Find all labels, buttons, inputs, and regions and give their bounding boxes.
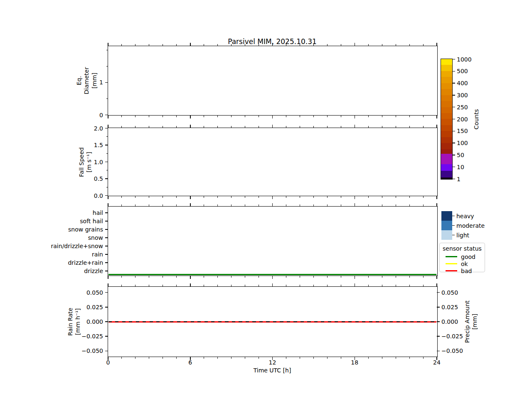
sensor-legend-line-ok [446, 263, 457, 264]
right-y-tick-label: 0.025 [441, 303, 466, 311]
colorbar-tick [453, 167, 455, 167]
x-tick-minor [176, 196, 177, 198]
colorbar-tick-label: 500 [457, 67, 478, 75]
x-tick-minor [313, 357, 314, 359]
x-tick-major [108, 125, 108, 128]
y-tick-minor [106, 170, 108, 170]
x-tick-minor [327, 204, 328, 206]
x-tick-minor [259, 126, 259, 128]
sensor-legend-title: sensor status [443, 245, 485, 252]
x-tick-minor [135, 116, 135, 117]
x-tick-major [108, 276, 108, 279]
category-tick [105, 221, 108, 222]
parsivel-quicklook-figure: Parsivel MIM, 2025.10.31 Counts sensor s… [0, 0, 532, 399]
y-tick-major [105, 115, 108, 116]
colorbar-tick [453, 59, 455, 60]
y-tick-label: −0.025 [78, 332, 103, 340]
x-tick-minor [217, 357, 218, 359]
y-axis-label-text: Eq. Diameter [mm] [75, 67, 98, 94]
x-tick-minor [368, 44, 369, 46]
sensor-legend-label: ok [461, 261, 468, 267]
x-tick-minor [217, 276, 218, 278]
x-tick-minor [396, 126, 396, 128]
x-tick-minor [313, 44, 314, 46]
intensity-colorbar [441, 211, 452, 240]
x-tick-major [190, 276, 191, 279]
x-tick-minor [121, 357, 122, 359]
colorbar-tick-label: 250 [457, 103, 478, 111]
category-label: drizzle+rain [33, 259, 103, 266]
x-tick-minor [382, 126, 382, 128]
colorbar-tick-label: 1000 [457, 56, 478, 63]
x-tick-major [190, 283, 191, 286]
x-tick-minor [409, 44, 410, 46]
x-tick-major [436, 203, 437, 206]
fall-speed-panel [108, 128, 438, 196]
x-tick-major [108, 283, 108, 286]
x-tick-label: 24 [433, 359, 441, 366]
x-tick-minor [204, 126, 204, 128]
category-label: soft hail [33, 217, 103, 225]
x-tick-major [272, 125, 273, 128]
x-tick-minor [259, 196, 259, 198]
x-tick-minor [245, 204, 245, 206]
x-tick-minor [231, 116, 232, 117]
x-tick-minor [149, 204, 149, 206]
colorbar-tick [453, 131, 455, 132]
x-tick-minor [341, 357, 341, 359]
x-tick-minor [382, 276, 382, 278]
intensity-label: heavy [456, 212, 490, 220]
category-tick [105, 229, 108, 230]
x-tick-minor [176, 357, 177, 359]
x-tick-minor [217, 126, 218, 128]
x-tick-minor [231, 44, 232, 46]
colorbar-tick-label: 10 [457, 163, 478, 171]
x-tick-major [272, 276, 273, 279]
x-tick-minor [368, 276, 369, 278]
colorbar-tick-label: 100 [457, 139, 478, 147]
intensity-swatch-light [441, 230, 452, 240]
x-tick-minor [327, 116, 328, 117]
x-tick-minor [259, 204, 259, 206]
colorbar-tick [453, 155, 455, 155]
colorbar-tick-label: 400 [457, 79, 478, 87]
x-tick-minor [327, 276, 328, 278]
x-tick-major [436, 125, 437, 128]
y-tick-major [105, 351, 108, 352]
x-tick-minor [231, 196, 232, 198]
x-tick-minor [341, 116, 341, 117]
x-tick-major [436, 116, 437, 118]
sensor-legend-row-ok: ok [440, 260, 485, 267]
x-tick-major [272, 196, 273, 199]
x-tick-minor [423, 44, 424, 46]
x-tick-minor [121, 44, 122, 46]
y-tick-major [105, 145, 108, 145]
category-label: snow grains [33, 226, 103, 233]
x-tick-minor [217, 196, 218, 198]
colorbar-tick [453, 83, 455, 84]
x-tick-minor [286, 285, 286, 286]
right-y-tick-major [437, 336, 440, 337]
x-tick-minor [409, 204, 410, 206]
x-tick-minor [163, 196, 163, 198]
y-tick-major [105, 195, 108, 196]
colorbar-tick-label: 50 [457, 151, 478, 159]
category-tick [105, 262, 108, 263]
x-tick-minor [149, 276, 149, 278]
x-tick-major [108, 116, 108, 118]
x-tick-minor [163, 357, 163, 359]
x-tick-minor [286, 196, 286, 198]
x-tick-minor [382, 44, 382, 46]
x-tick-minor [231, 126, 232, 128]
x-axis-label: Time UTC [h] [254, 367, 291, 374]
x-tick-minor [121, 276, 122, 278]
y-tick-major [105, 128, 108, 129]
right-y-tick-major [437, 292, 440, 293]
x-tick-minor [300, 204, 300, 206]
x-tick-minor [204, 276, 204, 278]
x-tick-minor [121, 126, 122, 128]
weather-code-panel [108, 206, 438, 276]
category-label: snow [33, 234, 103, 241]
x-tick-minor [423, 116, 424, 117]
x-tick-minor [423, 204, 424, 206]
